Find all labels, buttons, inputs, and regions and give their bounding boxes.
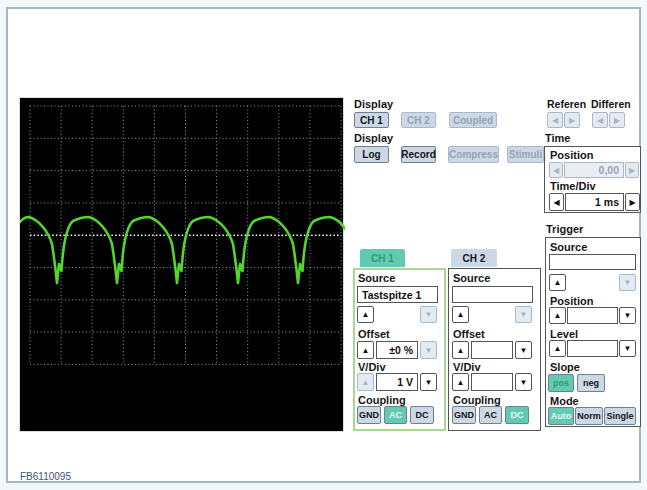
ch2-source-up-button[interactable]: ▲ xyxy=(452,306,469,323)
differen-next-button[interactable]: ▶ xyxy=(609,112,625,128)
trigger-source-label: Source xyxy=(550,241,587,253)
trigger-source-field[interactable] xyxy=(549,254,636,270)
ch1-vdiv-up-button[interactable]: ▲ xyxy=(357,373,374,391)
slope-neg-button[interactable]: neg xyxy=(577,374,605,392)
time-position-field[interactable]: 0,00 xyxy=(564,162,624,178)
oscilloscope-display: Trigger: Auto xyxy=(19,97,344,432)
trigger-position-down-button[interactable]: ▼ xyxy=(619,307,636,324)
time-position-increase-button[interactable]: ▶ xyxy=(625,162,639,178)
time-section-title: Time xyxy=(545,132,570,144)
ch1-coupling-gnd-button[interactable]: GND xyxy=(357,406,381,424)
trigger-section-title: Trigger xyxy=(546,223,583,235)
ch1-source-up-button[interactable]: ▲ xyxy=(357,306,374,323)
ch2-coupling-gnd-button[interactable]: GND xyxy=(452,406,476,424)
timediv-increase-button[interactable]: ▶ xyxy=(625,193,640,211)
ch2-source-field[interactable] xyxy=(452,286,533,303)
differen-label: Differen xyxy=(591,98,631,110)
time-position-decrease-button[interactable]: ◀ xyxy=(549,162,563,178)
trigger-status-value: Auto xyxy=(297,455,319,466)
referen-prev-button[interactable]: ◀ xyxy=(547,112,563,128)
ch2-vdiv-down-button[interactable]: ▼ xyxy=(515,373,532,391)
ch2-vdiv-label: V/Div xyxy=(453,361,481,373)
ch2-offset-down-button[interactable]: ▼ xyxy=(515,341,532,359)
ch1-source-field[interactable]: Tastspitze 1 xyxy=(357,286,438,303)
trigger-source-down-button[interactable]: ▼ xyxy=(619,274,636,291)
ch1-coupling-ac-button[interactable]: AC xyxy=(384,406,407,424)
log-button[interactable]: Log xyxy=(354,146,389,163)
trigger-status-label: Trigger: xyxy=(247,455,282,466)
time-position-label: Position xyxy=(550,149,593,161)
ch1-vdiv-down-button[interactable]: ▼ xyxy=(420,373,437,391)
trigger-level-label: Level xyxy=(550,328,578,340)
ch2-vdiv-up-button[interactable]: ▲ xyxy=(452,373,469,391)
ch2-offset-label: Offset xyxy=(453,328,485,340)
trigger-position-up-button[interactable]: ▲ xyxy=(549,307,566,324)
figure-code-label: FB6110095 xyxy=(20,471,71,482)
trigger-source-up-button[interactable]: ▲ xyxy=(549,274,566,291)
ch1-source-down-button[interactable]: ▼ xyxy=(420,306,437,323)
differen-prev-button[interactable]: ◀ xyxy=(592,112,608,128)
tab-ch1[interactable]: CH 1 xyxy=(360,249,405,267)
ch2-vdiv-field[interactable] xyxy=(471,373,513,391)
display-section-title: Display xyxy=(354,98,393,110)
ch2-source-down-button[interactable]: ▼ xyxy=(515,306,532,323)
ch1-offset-up-button[interactable]: ▲ xyxy=(357,341,374,359)
ch2-coupling-label: Coupling xyxy=(453,394,501,406)
display-mode-section-title: Display xyxy=(354,132,393,144)
ch2-coupling-dc-button[interactable]: DC xyxy=(505,406,529,424)
display-coupled-button[interactable]: Coupled xyxy=(449,112,497,128)
ch1-coupling-label: Coupling xyxy=(358,394,406,406)
display-ch1-button[interactable]: CH 1 xyxy=(354,112,389,128)
ch2-offset-up-button[interactable]: ▲ xyxy=(452,341,469,359)
tab-ch2[interactable]: CH 2 xyxy=(451,249,497,267)
ch1-vdiv-label: V/Div xyxy=(358,361,386,373)
trigger-slope-label: Slope xyxy=(550,361,580,373)
ch1-coupling-dc-button[interactable]: DC xyxy=(410,406,434,424)
app-window: Trigger: Auto Display CH 1 CH 2 Coupled … xyxy=(6,7,641,483)
ch1-offset-field[interactable]: ±0 % xyxy=(376,341,418,359)
trigger-level-up-button[interactable]: ▲ xyxy=(549,340,566,357)
referen-label: Referen xyxy=(547,98,586,110)
referen-next-button[interactable]: ▶ xyxy=(564,112,580,128)
timediv-decrease-button[interactable]: ◀ xyxy=(549,193,564,211)
mode-single-button[interactable]: Single xyxy=(604,407,636,425)
timediv-label: Time/Div xyxy=(550,180,596,192)
ch1-offset-label: Offset xyxy=(358,328,390,340)
trigger-position-label: Position xyxy=(550,295,593,307)
timediv-field[interactable]: 1 ms xyxy=(565,193,624,211)
ch1-offset-down-button[interactable]: ▼ xyxy=(420,341,437,359)
stimuli-button[interactable]: Stimuli xyxy=(507,146,544,163)
ch1-source-label: Source xyxy=(358,272,395,284)
mode-norm-button[interactable]: Norm xyxy=(575,407,603,425)
ch2-offset-field[interactable] xyxy=(471,341,513,359)
trigger-position-field[interactable] xyxy=(567,307,618,324)
compress-button[interactable]: Compress xyxy=(448,146,499,163)
slope-pos-button[interactable]: pos xyxy=(548,374,574,392)
trigger-level-down-button[interactable]: ▼ xyxy=(619,340,636,357)
trigger-mode-label: Mode xyxy=(550,395,579,407)
trigger-level-field[interactable] xyxy=(567,340,618,357)
display-ch2-button[interactable]: CH 2 xyxy=(401,112,436,128)
ch2-coupling-ac-button[interactable]: AC xyxy=(479,406,502,424)
ch2-source-label: Source xyxy=(453,272,490,284)
record-button[interactable]: Record xyxy=(401,146,436,163)
waveform-plot xyxy=(20,98,345,433)
ch1-vdiv-field[interactable]: 1 V xyxy=(376,373,418,391)
mode-auto-button[interactable]: Auto xyxy=(548,407,574,425)
